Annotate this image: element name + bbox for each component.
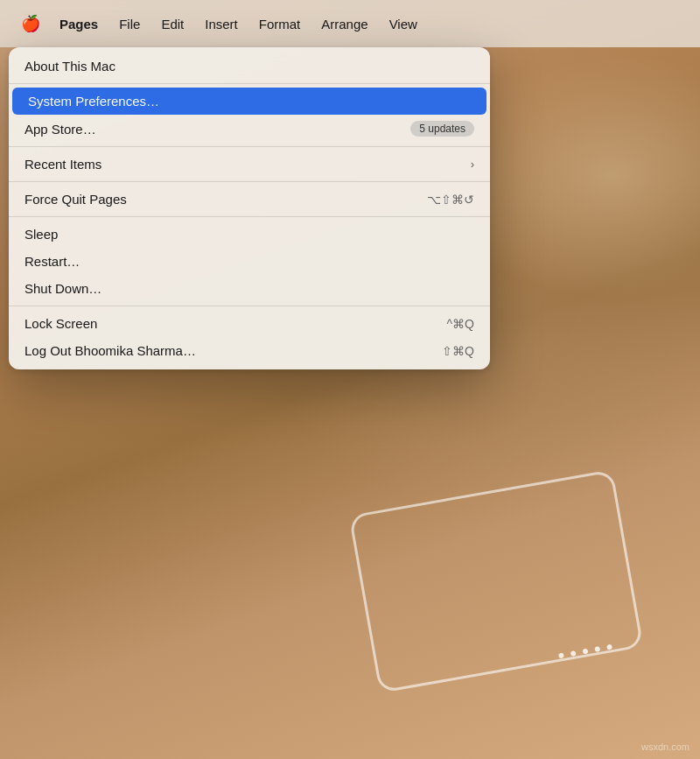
menu-item-about-label: About This Mac (24, 59, 116, 74)
lock-screen-shortcut: ^⌘Q (447, 317, 474, 331)
menubar-item-insert[interactable]: Insert (196, 13, 247, 35)
menu-item-lock-screen-label: Lock Screen (24, 316, 97, 331)
menubar-item-view[interactable]: View (381, 13, 426, 35)
menu-divider-5 (9, 306, 490, 306)
menu-item-restart-label: Restart… (24, 254, 80, 269)
menu-item-recent-items[interactable]: Recent Items › (9, 151, 490, 178)
menu-item-system-preferences[interactable]: System Preferences… (12, 88, 486, 115)
menu-item-app-store-label: App Store… (24, 122, 96, 137)
menu-item-lock-screen[interactable]: Lock Screen ^⌘Q (9, 310, 490, 337)
menu-item-force-quit[interactable]: Force Quit Pages ⌥⇧⌘↺ (9, 186, 490, 213)
menu-divider-3 (9, 181, 490, 182)
menu-divider-1 (9, 83, 490, 84)
menu-item-sleep[interactable]: Sleep (9, 221, 490, 248)
menubar-item-file[interactable]: File (110, 13, 149, 35)
menubar-item-edit[interactable]: Edit (152, 13, 192, 35)
recent-items-chevron-icon: › (471, 158, 474, 171)
menu-item-shut-down[interactable]: Shut Down… (9, 275, 490, 302)
apple-dropdown-menu: About This Mac System Preferences… App S… (9, 47, 490, 369)
menu-item-recent-items-label: Recent Items (24, 157, 102, 172)
menubar-item-pages[interactable]: Pages (51, 13, 107, 35)
menu-item-sleep-label: Sleep (24, 227, 58, 242)
menu-item-app-store[interactable]: App Store… 5 updates (9, 115, 490, 143)
menu-bar: 🍎 Pages File Edit Insert Format Arrange … (0, 0, 700, 47)
menu-item-system-preferences-label: System Preferences… (28, 94, 159, 109)
menu-divider-2 (9, 146, 490, 147)
menubar-item-format[interactable]: Format (250, 13, 310, 35)
menu-item-shut-down-label: Shut Down… (24, 281, 102, 296)
menu-item-restart[interactable]: Restart… (9, 248, 490, 275)
app-store-badge: 5 updates (410, 121, 474, 137)
menu-item-about[interactable]: About This Mac (9, 53, 490, 80)
menu-item-force-quit-label: Force Quit Pages (24, 192, 127, 207)
log-out-shortcut: ⇧⌘Q (442, 344, 474, 358)
menu-divider-4 (9, 216, 490, 217)
force-quit-shortcut: ⌥⇧⌘↺ (427, 193, 474, 207)
watermark: wsxdn.com (641, 741, 690, 752)
menubar-item-arrange[interactable]: Arrange (312, 13, 376, 35)
menu-item-log-out[interactable]: Log Out Bhoomika Sharma… ⇧⌘Q (9, 337, 490, 364)
menu-item-log-out-label: Log Out Bhoomika Sharma… (24, 343, 196, 358)
apple-menu-button[interactable]: 🍎 (14, 11, 47, 37)
